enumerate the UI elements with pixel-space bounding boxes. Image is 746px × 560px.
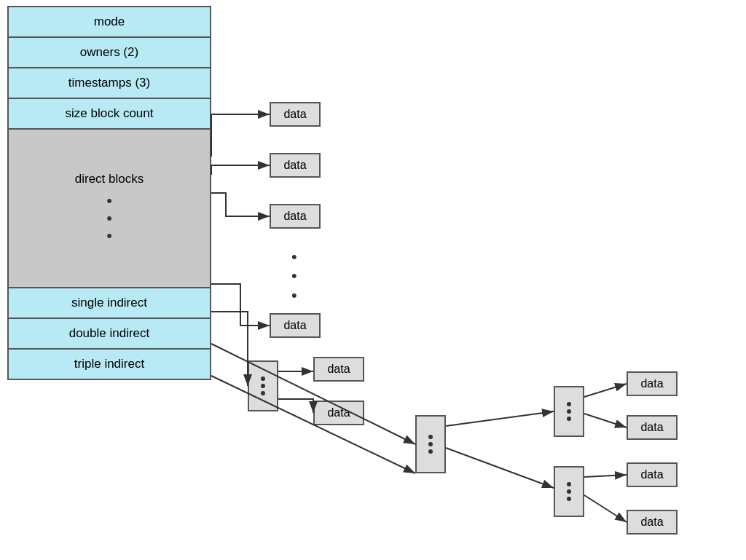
direct-dots: •••: [291, 248, 297, 305]
data-box-9: data: [627, 462, 678, 487]
data-box-4: data: [270, 313, 321, 338]
data-box-1: data: [270, 102, 321, 127]
data-box-5: data: [313, 357, 364, 382]
data-box-8: data: [627, 415, 678, 440]
inode-timestamps: timestamps (3): [7, 67, 211, 99]
data-box-7: data: [627, 371, 678, 396]
inode-triple-indirect: triple indirect: [7, 348, 211, 380]
inode-mode: mode: [7, 6, 211, 38]
inode-single-indirect: single indirect: [7, 287, 211, 319]
diagram: mode owners (2) timestamps (3) size bloc…: [0, 0, 746, 560]
double-indirect-ptr1: [415, 415, 446, 473]
data-box-2: data: [270, 153, 321, 178]
inode-owners: owners (2): [7, 36, 211, 68]
double-indirect-ptr2b: [554, 466, 584, 517]
data-box-6: data: [313, 401, 364, 425]
inode-size-block-count: size block count: [7, 98, 211, 130]
single-indirect-ptr: [248, 360, 278, 411]
inode-double-indirect: double indirect: [7, 318, 211, 350]
inode-direct-blocks: direct blocks •••: [7, 128, 211, 288]
inode-structure: mode owners (2) timestamps (3) size bloc…: [7, 7, 211, 380]
data-box-10: data: [627, 510, 678, 535]
data-box-3: data: [270, 204, 321, 229]
double-indirect-ptr2a: [554, 386, 584, 437]
